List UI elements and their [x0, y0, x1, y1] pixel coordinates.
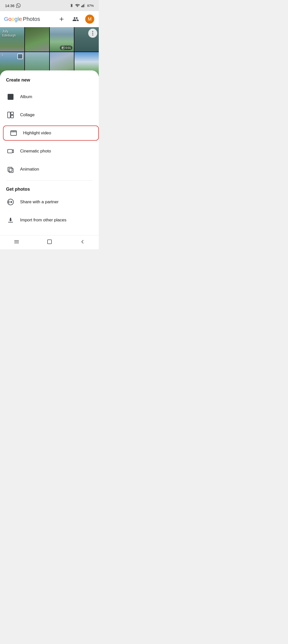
- app-name: Photos: [23, 16, 40, 22]
- nav-bar: [0, 235, 99, 249]
- highlight-video-menu-item[interactable]: Highlight video: [0, 124, 99, 142]
- wifi-icon: [75, 3, 80, 8]
- animation-menu-item[interactable]: Animation: [0, 160, 99, 178]
- dot1: [92, 31, 93, 32]
- create-new-title: Create new: [0, 77, 99, 88]
- collage-label: Collage: [20, 112, 35, 117]
- collage-icon: [6, 110, 15, 119]
- dot2: [92, 33, 93, 34]
- collage-menu-item[interactable]: Collage: [0, 106, 99, 124]
- month-label: July: [2, 29, 8, 33]
- album-menu-item[interactable]: Album: [0, 88, 99, 106]
- location-label: Edinburgh: [2, 34, 16, 37]
- svg-rect-13: [8, 149, 12, 153]
- google-logo-text: Google: [4, 16, 22, 22]
- svg-rect-15: [9, 168, 13, 172]
- add-icon: [58, 16, 65, 22]
- status-time: 14:36: [5, 3, 21, 8]
- album-icon: [6, 92, 15, 101]
- photo-grid: July Edinburgh 0:01 3: [0, 27, 99, 76]
- svg-rect-14: [8, 167, 12, 171]
- svg-rect-6: [11, 112, 13, 115]
- share-partner-menu-item[interactable]: Share with a partner: [0, 193, 99, 211]
- avatar[interactable]: M: [85, 14, 95, 24]
- import-menu-item[interactable]: Import from other places: [0, 211, 99, 229]
- photo-cell-1[interactable]: July Edinburgh: [0, 27, 24, 52]
- app-bar-actions: M: [57, 14, 95, 24]
- photo-cell-4[interactable]: [74, 27, 99, 52]
- svg-rect-1: [82, 5, 83, 7]
- cinematic-photo-icon: [6, 147, 15, 156]
- bluetooth-icon: [70, 4, 74, 8]
- people-icon: [72, 16, 79, 22]
- back-triangle-icon: [79, 239, 85, 245]
- import-label: Import from other places: [20, 218, 66, 223]
- battery-display: 87%: [87, 4, 94, 8]
- signal-icon: [81, 3, 86, 8]
- svg-rect-3: [84, 4, 85, 7]
- svg-rect-17: [47, 240, 52, 244]
- play-triangle: [62, 47, 64, 49]
- svg-rect-2: [83, 5, 84, 7]
- video-badge: 0:01: [60, 46, 72, 50]
- share-partner-icon: [6, 197, 15, 207]
- highlight-video-label: Highlight video: [23, 131, 51, 136]
- import-icon: [6, 216, 15, 225]
- animation-icon: [6, 165, 15, 174]
- stack-count: 3: [2, 54, 3, 57]
- svg-rect-5: [8, 112, 10, 118]
- nav-menu[interactable]: [9, 236, 24, 247]
- dot3: [92, 34, 93, 35]
- status-icons: 87%: [70, 3, 94, 8]
- whatsapp-icon: [16, 3, 21, 8]
- app-logo: Google Photos: [4, 16, 40, 22]
- section-divider: [6, 180, 93, 181]
- hamburger-icon: [14, 239, 20, 245]
- album-label: Album: [20, 94, 32, 99]
- svg-rect-0: [81, 6, 82, 7]
- time-display: 14:36: [5, 4, 15, 8]
- get-photos-title: Get photos: [0, 183, 99, 193]
- animation-label: Animation: [20, 167, 39, 172]
- square-icon: [46, 239, 53, 245]
- photo-grid-wrapper: July Edinburgh 0:01 3: [0, 27, 99, 76]
- app-bar: Google Photos M: [0, 11, 99, 27]
- share-partner-label: Share with a partner: [20, 199, 59, 205]
- nav-back[interactable]: [75, 236, 90, 247]
- share-people-button[interactable]: [71, 14, 81, 24]
- nav-home[interactable]: [42, 236, 57, 247]
- play-icon: [61, 46, 65, 50]
- cinematic-photo-menu-item[interactable]: Cinematic photo: [0, 142, 99, 160]
- status-bar: 14:36 87%: [0, 0, 99, 11]
- bottom-sheet: Create new Album Collage: [0, 70, 99, 249]
- more-options-button[interactable]: [88, 29, 97, 38]
- add-button[interactable]: [57, 14, 67, 24]
- svg-rect-7: [11, 115, 13, 118]
- highlight-video-icon: [9, 129, 18, 138]
- photo-cell-3[interactable]: 0:01: [50, 27, 74, 52]
- stack-icon: [17, 54, 23, 59]
- photo-cell-2[interactable]: [25, 27, 49, 52]
- cinematic-photo-label: Cinematic photo: [20, 149, 51, 154]
